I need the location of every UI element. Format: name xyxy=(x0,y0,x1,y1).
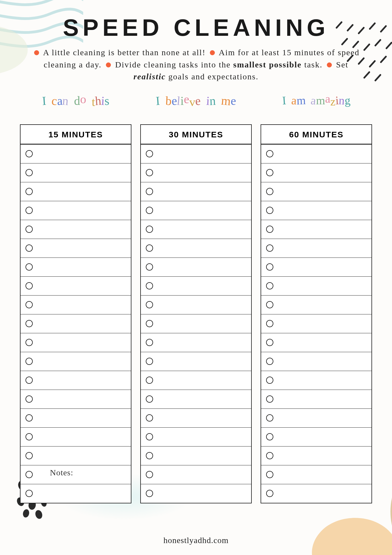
task-row xyxy=(21,144,131,163)
task-row xyxy=(141,333,251,352)
task-row xyxy=(261,484,371,503)
task-row xyxy=(21,163,131,182)
task-checkbox[interactable] xyxy=(266,320,273,327)
task-checkbox[interactable] xyxy=(266,282,273,289)
task-checkbox[interactable] xyxy=(266,244,273,252)
tip-text: goals and expectations. xyxy=(166,72,259,81)
task-checkbox[interactable] xyxy=(26,395,33,403)
task-checkbox[interactable] xyxy=(26,471,33,478)
task-checkbox[interactable] xyxy=(146,244,153,252)
task-checkbox[interactable] xyxy=(266,490,273,497)
task-checkbox[interactable] xyxy=(26,490,33,497)
column-header: 15 MINUTES xyxy=(21,125,131,144)
task-checkbox[interactable] xyxy=(266,414,273,422)
task-checkbox[interactable] xyxy=(26,414,33,422)
tip-bold: smallest possible xyxy=(233,60,302,69)
task-checkbox[interactable] xyxy=(146,395,153,403)
task-checkbox[interactable] xyxy=(266,395,273,403)
task-row xyxy=(21,314,131,333)
task-checkbox[interactable] xyxy=(266,433,273,440)
task-row xyxy=(21,371,131,390)
column-15-minutes: I can do this 15 MINUTES xyxy=(20,94,131,503)
task-checkbox[interactable] xyxy=(26,377,33,384)
task-checkbox[interactable] xyxy=(146,414,153,422)
task-row xyxy=(261,371,371,390)
checklist-table-15: 15 MINUTES xyxy=(20,124,131,503)
task-checkbox[interactable] xyxy=(26,452,33,459)
task-row xyxy=(21,427,131,446)
affirmation-2: I believe in me xyxy=(140,94,252,124)
task-checkbox[interactable] xyxy=(26,244,33,252)
task-checkbox[interactable] xyxy=(26,150,33,157)
task-row xyxy=(141,484,251,503)
task-checkbox[interactable] xyxy=(26,301,33,308)
task-row xyxy=(21,182,131,201)
task-row xyxy=(21,295,131,314)
task-checkbox[interactable] xyxy=(26,339,33,346)
task-checkbox[interactable] xyxy=(266,150,273,157)
task-row xyxy=(141,295,251,314)
task-row xyxy=(21,239,131,258)
task-checkbox[interactable] xyxy=(146,339,153,346)
task-checkbox[interactable] xyxy=(146,282,153,289)
task-checkbox[interactable] xyxy=(26,433,33,440)
task-checkbox[interactable] xyxy=(146,452,153,459)
task-checkbox[interactable] xyxy=(26,207,33,214)
task-row xyxy=(141,371,251,390)
task-row xyxy=(261,427,371,446)
task-checkbox[interactable] xyxy=(146,226,153,233)
task-row xyxy=(261,258,371,276)
task-checkbox[interactable] xyxy=(266,339,273,346)
task-checkbox[interactable] xyxy=(266,358,273,365)
task-row xyxy=(141,314,251,333)
task-checkbox[interactable] xyxy=(26,282,33,289)
task-row xyxy=(141,408,251,427)
column-60-minutes: I am amazing 60 MINUTES xyxy=(261,94,372,503)
task-checkbox[interactable] xyxy=(26,320,33,327)
task-checkbox[interactable] xyxy=(146,150,153,157)
task-checkbox[interactable] xyxy=(146,263,153,271)
task-row xyxy=(141,427,251,446)
task-checkbox[interactable] xyxy=(26,358,33,365)
task-checkbox[interactable] xyxy=(266,207,273,214)
task-row xyxy=(21,333,131,352)
task-checkbox[interactable] xyxy=(266,377,273,384)
task-row xyxy=(21,220,131,239)
task-row xyxy=(261,333,371,352)
task-checkbox[interactable] xyxy=(26,263,33,271)
task-checkbox[interactable] xyxy=(266,452,273,459)
task-checkbox[interactable] xyxy=(146,358,153,365)
task-row xyxy=(261,408,371,427)
task-checkbox[interactable] xyxy=(266,169,273,176)
task-checkbox[interactable] xyxy=(26,188,33,195)
task-checkbox[interactable] xyxy=(26,169,33,176)
task-checkbox[interactable] xyxy=(266,471,273,478)
task-checkbox[interactable] xyxy=(146,377,153,384)
tip-text: A little cleaning is better than none at… xyxy=(43,48,206,57)
task-row xyxy=(261,239,371,258)
task-checkbox[interactable] xyxy=(26,226,33,233)
task-checkbox[interactable] xyxy=(146,490,153,497)
task-row xyxy=(141,465,251,484)
task-row xyxy=(21,276,131,295)
checklist-table-30: 30 MINUTES xyxy=(140,124,252,503)
notes-label: Notes: xyxy=(50,468,73,477)
task-row xyxy=(261,352,371,371)
task-checkbox[interactable] xyxy=(266,301,273,308)
task-checkbox[interactable] xyxy=(266,226,273,233)
task-checkbox[interactable] xyxy=(146,301,153,308)
affirmation-1: I can do this xyxy=(20,94,131,124)
task-checkbox[interactable] xyxy=(146,320,153,327)
task-row xyxy=(261,446,371,465)
task-checkbox[interactable] xyxy=(146,471,153,478)
task-checkbox[interactable] xyxy=(146,188,153,195)
task-row xyxy=(141,182,251,201)
task-checkbox[interactable] xyxy=(146,169,153,176)
task-row xyxy=(261,163,371,182)
task-row xyxy=(21,484,131,503)
task-checkbox[interactable] xyxy=(146,433,153,440)
tip-text: task. xyxy=(302,60,322,69)
task-checkbox[interactable] xyxy=(266,188,273,195)
task-checkbox[interactable] xyxy=(146,207,153,214)
task-checkbox[interactable] xyxy=(266,263,273,271)
